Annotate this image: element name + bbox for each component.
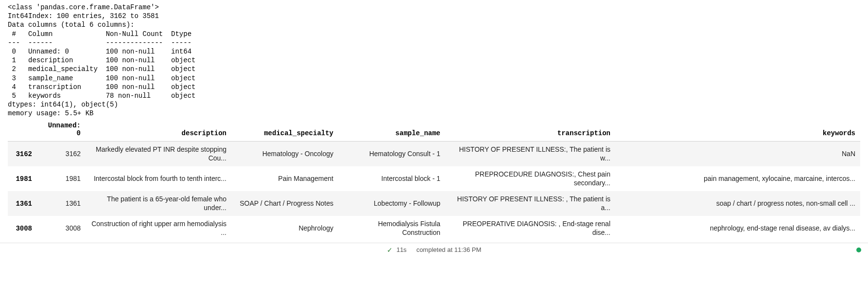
cell-specialty: Nephrology <box>231 216 338 241</box>
col-header-sample: sample_name <box>338 120 445 142</box>
table-row: 1981 1981 Intercostal block from fourth … <box>8 166 860 191</box>
cell-keywords: pain management, xylocaine, marcaine, in… <box>615 166 860 191</box>
cell-specialty: Pain Management <box>231 166 338 191</box>
cell-keywords: soap / chart / progress notes, non-small… <box>615 191 860 216</box>
col-header-specialty: medical_specialty <box>231 120 338 142</box>
cell-description: Intercostal block from fourth to tenth i… <box>86 166 231 191</box>
check-icon: ✓ <box>387 246 393 254</box>
execution-completed-text: completed at 11:36 PM <box>417 246 482 253</box>
kernel-status-icon <box>856 248 861 252</box>
dataframe-table: Unnamed: 0 description medical_specialty… <box>8 120 860 241</box>
cell-keywords: NaN <box>615 142 860 167</box>
cell-sample: Lobectomy - Followup <box>338 191 445 216</box>
col-header-index <box>8 120 37 142</box>
cell-unnamed: 1361 <box>37 191 86 216</box>
table-row: 3162 3162 Markedly elevated PT INR despi… <box>8 142 860 167</box>
cell-transcription: HISTORY OF PRESENT ILLNESS: , The patien… <box>445 191 615 216</box>
cell-status-bar: ✓ 11s completed at 11:36 PM <box>0 243 868 256</box>
cell-description: Markedly elevated PT INR despite stoppin… <box>86 142 231 167</box>
col-header-unnamed: Unnamed: 0 <box>37 120 86 142</box>
execution-duration: 11s <box>397 246 407 253</box>
cell-transcription: PREPROCEDURE DIAGNOSIS:, Chest pain seco… <box>445 166 615 191</box>
table-row: 1361 1361 The patient is a 65-year-old f… <box>8 191 860 216</box>
cell-output: <class 'pandas.core.frame.DataFrame'> In… <box>0 0 868 241</box>
cell-keywords: nephrology, end-stage renal disease, av … <box>615 216 860 241</box>
col-header-keywords: keywords <box>615 120 860 142</box>
cell-unnamed: 1981 <box>37 166 86 191</box>
col-header-transcription: transcription <box>445 120 615 142</box>
table-row: 3008 3008 Construction of right upper ar… <box>8 216 860 241</box>
cell-sample: Intercostal block - 1 <box>338 166 445 191</box>
row-index: 1361 <box>8 191 37 216</box>
cell-unnamed: 3008 <box>37 216 86 241</box>
row-index: 3008 <box>8 216 37 241</box>
cell-description: The patient is a 65-year-old female who … <box>86 191 231 216</box>
dataframe-info-text: <class 'pandas.core.frame.DataFrame'> In… <box>8 3 860 118</box>
col-header-description: description <box>86 120 231 142</box>
cell-unnamed: 3162 <box>37 142 86 167</box>
row-index: 1981 <box>8 166 37 191</box>
row-index: 3162 <box>8 142 37 167</box>
cell-description: Construction of right upper arm hemodial… <box>86 216 231 241</box>
cell-specialty: SOAP / Chart / Progress Notes <box>231 191 338 216</box>
cell-transcription: PREOPERATIVE DIAGNOSIS: , End-stage rena… <box>445 216 615 241</box>
cell-sample: Hemodialysis Fistula Construction <box>338 216 445 241</box>
table-header-row: Unnamed: 0 description medical_specialty… <box>8 120 860 142</box>
cell-specialty: Hematology - Oncology <box>231 142 338 167</box>
cell-transcription: HISTORY OF PRESENT ILLNESS:, The patient… <box>445 142 615 167</box>
cell-sample: Hematology Consult - 1 <box>338 142 445 167</box>
